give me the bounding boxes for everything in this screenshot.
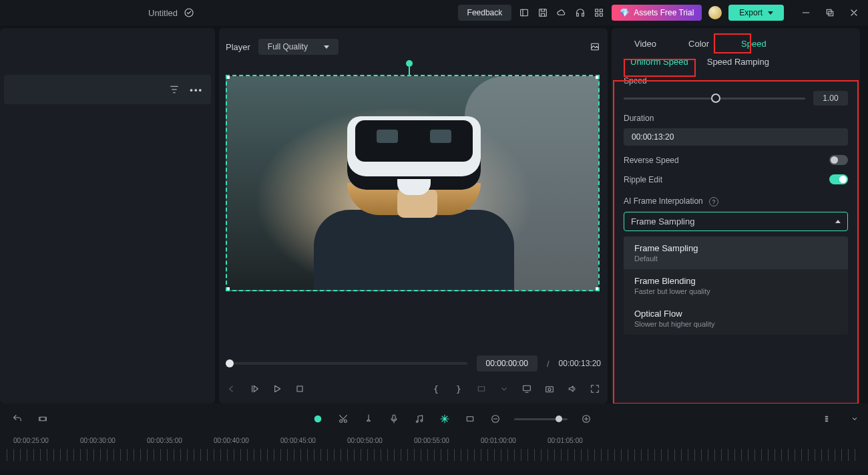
display-icon[interactable] bbox=[521, 383, 533, 395]
slider-thumb-icon[interactable] bbox=[556, 416, 562, 422]
speed-value[interactable]: 1.00 bbox=[813, 91, 848, 106]
play-pause-icon[interactable] bbox=[248, 383, 260, 395]
video-preview[interactable] bbox=[226, 75, 600, 291]
more-options-icon[interactable]: ••• bbox=[190, 85, 203, 95]
interpolation-dropdown-list: Frame Sampling Default Frame Blending Fa… bbox=[624, 236, 848, 335]
music-icon[interactable] bbox=[413, 412, 426, 426]
dropdown-option-title: Frame Blending bbox=[634, 276, 837, 286]
effects-icon[interactable] bbox=[438, 412, 451, 426]
media-panel: ••• bbox=[0, 28, 215, 404]
ai-interpolation-label-text: AI Frame Interpolation bbox=[624, 196, 703, 206]
close-icon[interactable] bbox=[848, 7, 860, 19]
filter-icon[interactable] bbox=[168, 84, 180, 96]
zoom-out-icon[interactable] bbox=[489, 412, 502, 426]
mic-icon[interactable] bbox=[387, 412, 401, 426]
playhead-marker-icon[interactable] bbox=[406, 60, 413, 67]
assets-free-trial-button[interactable]: 💎 Assets Free Trial bbox=[612, 5, 702, 21]
svg-rect-8 bbox=[600, 13, 603, 16]
svg-rect-10 bbox=[829, 11, 833, 16]
ripple-edit-label: Ripple Edit bbox=[624, 175, 662, 184]
theme-avatar-icon[interactable] bbox=[708, 6, 722, 19]
dropdown-option-frame-blending[interactable]: Frame Blending Faster but lower quality bbox=[624, 269, 848, 302]
tab-color[interactable]: Color bbox=[684, 37, 713, 50]
ai-tool-icon[interactable] bbox=[311, 412, 324, 426]
dropdown-option-frame-sampling[interactable]: Frame Sampling Default bbox=[624, 236, 848, 269]
apps-grid-icon[interactable] bbox=[593, 7, 605, 19]
duration-input[interactable]: 00:00:13:20 bbox=[624, 128, 848, 146]
selection-handle-icon[interactable] bbox=[226, 287, 230, 291]
interpolation-select[interactable]: Frame Sampling bbox=[624, 212, 848, 231]
more-icon[interactable] bbox=[848, 412, 861, 426]
subtab-speed-ramping[interactable]: Speed Ramping bbox=[707, 57, 769, 67]
tab-speed[interactable]: Speed bbox=[737, 37, 771, 50]
chevron-up-icon bbox=[835, 220, 841, 223]
ruler-tick: 00:00:25:00 bbox=[13, 437, 49, 444]
timeline-ruler[interactable]: 00:00:25:00 00:00:30:00 00:00:35:00 00:0… bbox=[7, 433, 861, 464]
snapshot-icon[interactable] bbox=[544, 383, 556, 395]
inspector-panel: Video Color Speed Uniform Speed Speed Ra… bbox=[612, 28, 860, 404]
svg-rect-4 bbox=[582, 13, 584, 17]
image-quality-icon[interactable] bbox=[589, 41, 601, 53]
svg-rect-9 bbox=[827, 9, 831, 14]
zoom-in-icon[interactable] bbox=[580, 412, 593, 426]
mark-in-icon[interactable]: { bbox=[430, 383, 442, 395]
reverse-speed-label: Reverse Speed bbox=[624, 156, 679, 165]
speed-slider[interactable] bbox=[624, 98, 805, 100]
save-icon[interactable] bbox=[537, 7, 549, 19]
ai-interpolation-label: AI Frame Interpolation ? bbox=[624, 196, 848, 206]
info-icon[interactable]: ? bbox=[709, 197, 718, 206]
svg-rect-7 bbox=[596, 13, 598, 16]
chevron-down-icon[interactable] bbox=[498, 383, 510, 395]
feedback-button[interactable]: Feedback bbox=[458, 5, 512, 21]
tab-video[interactable]: Video bbox=[630, 37, 660, 50]
svg-point-22 bbox=[416, 421, 418, 423]
ruler-tick: 00:00:40:00 bbox=[214, 437, 249, 444]
svg-rect-2 bbox=[539, 9, 547, 17]
scrubber-thumb-icon[interactable] bbox=[226, 359, 234, 367]
layout-icon[interactable] bbox=[518, 7, 530, 19]
cloud-icon[interactable] bbox=[556, 7, 568, 19]
total-duration: 00:00:13:20 bbox=[559, 359, 601, 368]
interpolation-selected-label: Frame Sampling bbox=[631, 216, 694, 226]
selection-handle-icon[interactable] bbox=[596, 287, 600, 291]
fullscreen-icon[interactable] bbox=[589, 383, 601, 395]
svg-point-23 bbox=[421, 420, 423, 422]
mark-out-icon[interactable]: } bbox=[453, 383, 465, 395]
stop-icon[interactable] bbox=[294, 383, 306, 395]
volume-icon[interactable] bbox=[566, 383, 578, 395]
step-back-icon[interactable] bbox=[226, 383, 238, 395]
headphones-icon[interactable] bbox=[574, 7, 586, 19]
export-button[interactable]: Export bbox=[728, 5, 784, 21]
marker-icon[interactable] bbox=[362, 412, 375, 426]
play-icon[interactable] bbox=[271, 383, 283, 395]
playback-scrubber[interactable] bbox=[226, 362, 467, 365]
subtab-uniform-speed[interactable]: Uniform Speed bbox=[630, 57, 688, 67]
quality-select[interactable]: Full Quality bbox=[258, 39, 339, 55]
zoom-slider[interactable] bbox=[514, 418, 568, 420]
ruler-tick: 00:00:30:00 bbox=[80, 437, 116, 444]
minimize-icon[interactable] bbox=[800, 7, 812, 19]
dropdown-option-optical-flow[interactable]: Optical Flow Slower but higher quality bbox=[624, 302, 848, 335]
preview-panel: Player Full Quality bbox=[219, 28, 608, 404]
undo-icon[interactable] bbox=[11, 412, 24, 426]
ratio-icon[interactable] bbox=[475, 383, 487, 395]
duration-label: Duration bbox=[624, 114, 848, 123]
svg-rect-13 bbox=[478, 387, 484, 391]
speed-label: Speed bbox=[624, 76, 848, 86]
svg-rect-15 bbox=[546, 387, 554, 392]
svg-point-18 bbox=[314, 416, 322, 423]
maximize-icon[interactable] bbox=[824, 7, 836, 19]
timeline-panel: 00:00:25:00 00:00:30:00 00:00:35:00 00:0… bbox=[0, 404, 868, 470]
selection-handle-icon[interactable] bbox=[226, 75, 230, 79]
ripple-edit-toggle[interactable] bbox=[829, 174, 848, 184]
reverse-speed-toggle[interactable] bbox=[829, 155, 848, 165]
diamond-icon: 💎 bbox=[620, 8, 630, 17]
dropdown-option-title: Optical Flow bbox=[634, 309, 837, 319]
selection-tool-icon[interactable] bbox=[36, 412, 49, 426]
cut-icon[interactable] bbox=[337, 412, 350, 426]
slider-thumb-icon[interactable] bbox=[711, 94, 720, 103]
track-view-icon[interactable] bbox=[823, 412, 836, 426]
frame-icon[interactable] bbox=[463, 412, 477, 426]
ruler-tick: 00:01:00:00 bbox=[481, 437, 516, 444]
selection-handle-icon[interactable] bbox=[596, 75, 600, 79]
